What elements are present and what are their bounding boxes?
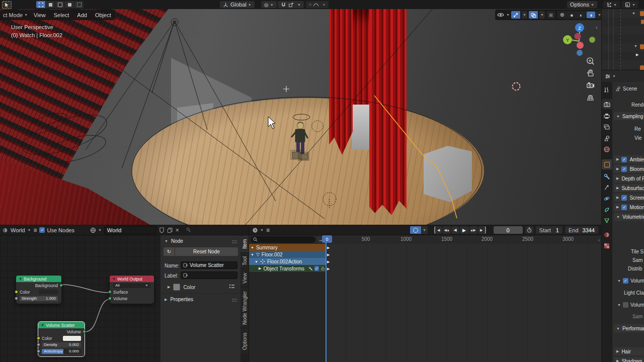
jump-to-start-button[interactable]: ◀ (434, 226, 442, 234)
current-frame-field[interactable]: 0 (494, 226, 523, 234)
motion-blur-checkbox[interactable]: ✓ (621, 205, 627, 210)
tab-constraints[interactable] (602, 205, 612, 215)
sampling-panel-header[interactable]: ▼Sampling (614, 112, 644, 120)
sidebar-collapse-arrow[interactable]: ‹ (596, 24, 598, 30)
bloom-panel[interactable]: ▶✓Bloom (614, 165, 644, 173)
lock-open-icon[interactable] (321, 266, 325, 271)
outliner-editor-type-dropdown[interactable]: ▼ (603, 1, 620, 8)
timeline-editor-type-dropdown[interactable]: ▼ (252, 227, 264, 233)
volumetric-shadows-checkbox[interactable] (623, 302, 628, 308)
shadows-panel[interactable]: ▶Shadows (614, 357, 644, 362)
keyframe-marker[interactable]: ▶ (327, 253, 330, 257)
color-subsection[interactable]: ▶ Color (168, 284, 195, 291)
tab-particles[interactable] (602, 183, 612, 193)
channel-floor002[interactable]: ▼▽Floor.002 (249, 251, 326, 258)
gizmos-toggle[interactable] (511, 11, 520, 19)
screen-space-panel[interactable]: ▶✓Screen S (614, 194, 644, 202)
motion-blur-panel[interactable]: ▶✓Motion B (614, 203, 644, 211)
panel-grip[interactable] (232, 240, 237, 243)
use-preview-range-toggle[interactable] (525, 226, 533, 234)
select-invert-button[interactable] (65, 1, 74, 8)
shading-material-button[interactable]: ◐ (577, 12, 586, 18)
3d-viewport[interactable]: ct Mode▼ View Select Add Object ▼ ▼ ▼ ▣ … (0, 9, 601, 225)
tab-texture[interactable] (602, 241, 612, 251)
ambient-occlusion-checkbox[interactable]: ✓ (621, 157, 627, 162)
input-socket[interactable] (37, 343, 40, 346)
output-socket[interactable] (59, 284, 63, 287)
channel-floor002action[interactable]: ▼ Floor.002Action (249, 258, 326, 265)
color-swatch[interactable] (63, 336, 81, 341)
shader-type-dropdown[interactable]: World▼ (11, 227, 31, 233)
next-keyframe-button[interactable]: ◆▶ (469, 226, 477, 234)
menu-object[interactable]: Object (91, 12, 115, 18)
timeline-menu-icon[interactable]: ≡ (266, 227, 270, 234)
shading-rendered-button[interactable]: ◑ (587, 12, 595, 18)
viewport-pan-tool[interactable] (586, 68, 595, 77)
volumetrics-panel[interactable]: ▼Volumetric (614, 213, 644, 221)
tab-modifiers[interactable] (602, 171, 612, 182)
depth-of-field-panel[interactable]: ▶Depth of Fi (614, 174, 644, 183)
reset-node-button[interactable]: ↻ Reset Node (164, 247, 238, 256)
use-nodes-checkbox[interactable]: ✓ (39, 227, 45, 233)
properties-section-header[interactable]: ▶Properties (165, 297, 193, 302)
fake-user-shield-icon[interactable] (159, 227, 165, 233)
region-border[interactable] (249, 225, 249, 362)
tab-object-data[interactable] (602, 216, 612, 226)
volume-input-socket[interactable] (108, 297, 112, 300)
gizmos-dropdown[interactable]: ▼ (522, 11, 527, 19)
strength-slider[interactable]: Strength1.000 (20, 296, 58, 301)
menu-view[interactable]: View (30, 12, 50, 18)
keyframe-marker[interactable]: ▶ (327, 260, 330, 264)
tab-item[interactable]: Item (240, 235, 249, 252)
playhead-line[interactable] (326, 243, 327, 362)
density-slider[interactable]: Density0.002 (42, 342, 81, 347)
frame-start-field[interactable]: Start 1 (536, 226, 562, 234)
volumetric-shadows-row[interactable]: ▼Volum (617, 301, 644, 309)
ambient-occlusion-panel[interactable]: ▶✓Ambient (614, 155, 644, 163)
tab-render[interactable] (602, 99, 612, 109)
bloom-checkbox[interactable]: ✓ (621, 166, 627, 172)
properties-editor-icon[interactable] (605, 73, 611, 79)
color-swatch[interactable] (173, 284, 180, 291)
timeline-grid[interactable]: ▶ ▶ ▶ ▶ (326, 244, 601, 362)
tab-view-layer[interactable] (602, 122, 612, 132)
input-socket[interactable] (15, 290, 18, 294)
region-border[interactable] (601, 0, 602, 362)
shading-wireframe-button[interactable]: ⊕ (558, 12, 567, 18)
hair-panel[interactable]: ▶Hair (614, 347, 644, 355)
active-tool-select-box[interactable] (2, 1, 12, 9)
play-button[interactable]: ▶ (460, 226, 469, 234)
overlays-toggle[interactable] (529, 11, 538, 19)
channel-search-input[interactable] (251, 236, 315, 243)
output-socket[interactable] (83, 330, 86, 333)
channel-summary[interactable]: ▼Summary (249, 244, 326, 251)
overlays-dropdown[interactable]: ▼ (539, 11, 545, 19)
tab-options[interactable]: Options (240, 329, 249, 354)
xray-toggle[interactable]: ▣ (546, 11, 555, 19)
tab-material[interactable] (602, 230, 612, 240)
node-name-field[interactable]: Volume Scatter (181, 261, 237, 269)
volume-scatter-node[interactable]: ▼Volume Scatter Volume Color Density0.00… (38, 322, 85, 356)
input-socket[interactable] (37, 336, 40, 340)
menu-select[interactable]: Select (50, 12, 73, 18)
tab-tool[interactable]: Tool (240, 253, 249, 268)
mode-dropdown[interactable]: ct Mode▼ (1, 12, 30, 18)
performance-panel[interactable]: ▼Performanc (614, 324, 644, 332)
tab-physics[interactable] (602, 194, 612, 204)
pivot-point-dropdown[interactable]: ◎▼ (261, 1, 277, 8)
world-name-field[interactable]: World (104, 226, 156, 234)
tab-object[interactable] (602, 159, 612, 169)
color-list-icon[interactable] (229, 284, 235, 290)
channel-enable-checkbox[interactable]: ✓ (314, 266, 318, 271)
input-socket[interactable] (37, 349, 40, 353)
select-extend-button[interactable] (46, 1, 55, 8)
disclosure-triangle-icon[interactable]: ▶ (636, 53, 638, 57)
select-subtract-button[interactable] (55, 1, 64, 8)
play-reverse-button[interactable]: ◀ (451, 226, 459, 234)
transform-orientation-dropdown[interactable]: Global▼ (220, 1, 255, 8)
snapping-controls[interactable]: ▼ (278, 1, 304, 8)
anisotropy-slider[interactable]: Anisotropy0.000 (42, 349, 81, 354)
editor-menu-icon[interactable]: ≡ (33, 227, 37, 234)
prev-keyframe-button[interactable]: ◀◆ (443, 226, 451, 234)
menu-add[interactable]: Add (73, 12, 91, 18)
